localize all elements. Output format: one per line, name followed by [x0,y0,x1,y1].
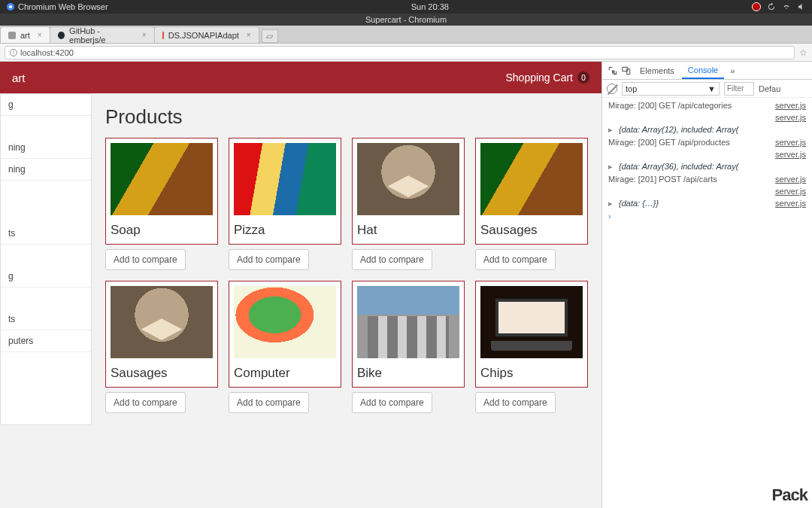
add-to-compare-button[interactable]: Add to compare [352,249,432,270]
console-line[interactable]: server.js [602,148,812,160]
close-icon[interactable]: × [247,31,251,39]
console-line[interactable]: ▸{data: {…}}server.js [602,197,812,210]
browser-tabs: art × GitHub - emberjs/e × DS.JSONAPIAda… [0,26,812,44]
sidebar-item[interactable]: ning [1,159,91,181]
product-card[interactable]: Hat [352,138,465,245]
more-tabs-icon[interactable]: » [726,63,739,78]
product-card[interactable]: Chips [475,281,588,388]
console-line[interactable]: Mirage: [201] POST /api/cartsserver.js [602,173,812,185]
add-to-compare-button[interactable]: Add to compare [229,392,309,413]
sidebar-item[interactable]: puters [1,330,91,352]
add-to-compare-button[interactable]: Add to compare [229,249,309,270]
log-text: Mirage: [201] POST /api/carts [608,175,717,184]
product-image [480,143,583,215]
tab-label: art [20,31,30,40]
refresh-icon [767,2,776,11]
product-card[interactable]: Computer [229,281,341,388]
log-object: {data: {…}} [619,199,659,208]
console-toolbar: top ▼ Defau [602,80,812,98]
sidebar-item[interactable]: ning [1,137,91,159]
page-viewport: art Shopping Cart 0 gningningtsgtsputers… [0,62,601,508]
os-menubar: Chromium Web Browser Sun 20:38 [0,0,812,14]
log-source-link[interactable]: server.js [775,138,806,147]
site-info-icon[interactable]: i [10,49,17,56]
add-to-compare-button[interactable]: Add to compare [352,392,432,413]
product-card[interactable]: Soap [105,138,218,245]
log-source-link[interactable]: server.js [775,175,806,184]
address-bar: i localhost:4200 ☆ [0,44,812,62]
console-line[interactable]: Mirage: [200] GET /api/categoriesserver.… [602,99,812,111]
product-image [234,286,336,358]
console-line[interactable]: server.js [602,111,812,123]
log-source-link[interactable]: server.js [775,113,806,122]
devtools-tab-elements[interactable]: Elements [634,63,680,78]
console-line[interactable]: Mirage: [200] GET /api/productesserver.j… [602,136,812,148]
sidebar-item [1,245,91,266]
tab-label: DS.JSONAPIAdapt [168,31,239,40]
product-image [234,143,336,215]
sidebar-item[interactable]: ts [1,309,91,330]
console-filter-input[interactable] [724,82,754,96]
console-output[interactable]: Mirage: [200] GET /api/categoriesserver.… [602,98,812,508]
devtools-tab-console[interactable]: Console [682,62,724,79]
context-select[interactable]: top ▼ [622,82,720,96]
sidebar-item[interactable]: g [1,94,91,116]
add-to-compare-button[interactable]: Add to compare [475,392,556,413]
browser-tab[interactable]: DS.JSONAPIAdapt × [154,26,259,43]
sidebar-item [1,181,91,202]
chevron-down-icon: ▼ [707,84,716,93]
os-app-label: Chromium Web Browser [18,2,108,11]
sidebar-item[interactable]: ts [1,223,91,245]
console-prompt[interactable]: › [602,210,812,222]
log-source-link[interactable]: server.js [775,187,806,196]
close-icon[interactable]: × [38,31,42,39]
github-icon [58,32,65,39]
sidebar-item [1,287,91,309]
product-card[interactable]: Sausages [475,138,588,245]
shopping-cart-link[interactable]: Shopping Cart 0 [505,71,589,84]
log-levels-select[interactable]: Defau [759,84,780,93]
product-grid: SoapAdd to comparePizzaAdd to compareHat… [105,138,588,413]
inspect-icon[interactable] [607,65,619,77]
device-icon[interactable] [620,65,632,77]
product-card[interactable]: Sausages [105,281,218,388]
devtools-tabs: Elements Console » [602,62,812,80]
wifi-icon [782,2,791,11]
new-tab-button[interactable]: ▱ [262,29,278,43]
log-source-link[interactable]: server.js [775,101,806,110]
app-header: art Shopping Cart 0 [0,62,601,93]
product-name: Chips [480,366,583,381]
console-line[interactable]: ▸{data: Array(12), included: Array( [602,123,812,136]
add-to-compare-button[interactable]: Add to compare [105,249,186,270]
product-card[interactable]: Pizza [229,138,341,245]
product-image [111,143,213,215]
devtools-panel: Elements Console » top ▼ Defau Mirage: [… [601,62,812,508]
sidebar-item [1,116,91,137]
console-line[interactable]: ▸{data: Array(36), included: Array( [602,160,812,173]
browser-tab[interactable]: art × [0,26,50,43]
url-input[interactable]: i localhost:4200 [5,46,795,59]
brand-label[interactable]: art [12,71,26,84]
record-indicator-icon [752,2,761,11]
add-to-compare-button[interactable]: Add to compare [475,249,556,270]
sidebar-item[interactable]: g [1,266,91,287]
url-text: localhost:4200 [20,48,74,57]
product-name: Bike [357,366,459,381]
favicon-icon [8,32,16,39]
expand-icon[interactable]: ▸ [608,199,616,208]
expand-icon[interactable]: ▸ [608,162,616,172]
log-source-link[interactable]: server.js [775,150,806,159]
cart-label: Shopping Cart [505,71,573,84]
add-to-compare-button[interactable]: Add to compare [105,392,186,413]
log-source-link[interactable]: server.js [775,199,806,208]
expand-icon[interactable]: ▸ [608,125,616,135]
browser-tab[interactable]: GitHub - emberjs/e × [50,26,155,43]
product-name: Soap [111,223,213,238]
console-line[interactable]: server.js [602,185,812,197]
product-name: Pizza [234,223,336,238]
close-icon[interactable]: × [142,31,147,39]
product-card[interactable]: Bike [352,281,465,388]
clear-console-icon[interactable] [607,84,617,94]
window-title: Supercart - Chromium [0,14,812,26]
bookmark-icon[interactable]: ☆ [799,47,807,58]
